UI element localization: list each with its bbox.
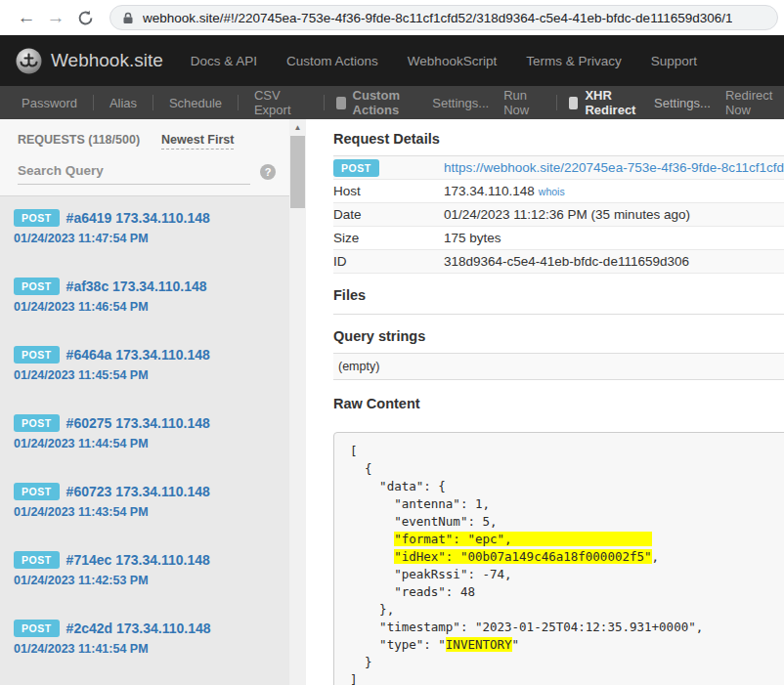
toolbar-divider: [238, 95, 239, 110]
request-list-item[interactable]: POST#2c42d 173.34.110.14801/24/2023 11:4…: [0, 607, 289, 675]
brand-text: Webhook.site: [51, 50, 163, 71]
nav-item-support[interactable]: Support: [651, 54, 697, 68]
back-icon[interactable]: ←: [12, 3, 41, 32]
method-badge: POST: [14, 278, 60, 295]
request-url-link[interactable]: https://webhook.site/220745ea-753e-4f36-…: [444, 160, 784, 175]
request-list-item[interactable]: POST#6464a 173.34.110.14801/24/2023 11:4…: [0, 333, 289, 402]
help-icon[interactable]: ?: [260, 164, 276, 180]
request-timestamp: 01/24/2023 11:47:54 PM: [14, 232, 280, 245]
redirect-now-button[interactable]: Redirect Now: [721, 88, 784, 117]
table-row-date: Date 01/24/2023 11:12:36 PM (35 minutes …: [333, 203, 784, 227]
method-badge: POST: [14, 620, 60, 637]
custom-actions-checkbox[interactable]: [336, 97, 345, 109]
code-line: {: [350, 460, 781, 478]
request-list-item[interactable]: POST#a6419 173.34.110.14801/24/2023 11:4…: [0, 196, 289, 265]
toolbar-divider: [152, 95, 153, 110]
csv-export-button[interactable]: CSV Export: [250, 88, 313, 117]
custom-actions-group: Custom Actions Settings... Run Now: [336, 88, 544, 117]
action-toolbar: Password Alias Schedule CSV Export Custo…: [0, 86, 784, 119]
request-list: POST#a6419 173.34.110.14801/24/2023 11:4…: [0, 195, 289, 685]
sidebar-header: REQUESTS (118/500) Newest First ?: [0, 119, 289, 195]
code-line: "eventNum": 5,: [350, 513, 781, 531]
password-button[interactable]: Password: [18, 96, 81, 110]
code-line: "idHex": "00b07a149c46a18f000002f5",: [350, 548, 781, 566]
request-timestamp: 01/24/2023 11:46:54 PM: [14, 300, 280, 314]
nav-menu: Docs & API Custom Actions WebhookScript …: [191, 54, 697, 68]
scrollbar-thumb[interactable]: [290, 136, 305, 208]
forward-icon[interactable]: →: [41, 3, 70, 32]
id-value: 318d9364-c5e4-41eb-bfdc-de111659d306: [444, 254, 784, 269]
date-value: 01/24/2023 11:12:36 PM (35 minutes ago): [444, 207, 784, 222]
request-details-title: Request Details: [333, 131, 784, 155]
run-now-button[interactable]: Run Now: [500, 88, 544, 117]
query-strings-title: Query strings: [333, 328, 784, 353]
custom-actions-label: Custom Actions: [353, 88, 422, 117]
reload-icon[interactable]: [70, 3, 100, 32]
code-line: ]: [350, 671, 781, 685]
webhook-site-page: ← → webhook.site/#!/220745ea-753e-4f36-9…: [0, 0, 784, 685]
request-timestamp: 01/24/2023 11:42:53 PM: [14, 574, 280, 587]
size-value: 175 bytes: [444, 231, 784, 245]
code-line: "format": "epc",: [350, 531, 781, 548]
raw-content-title: Raw Content: [333, 396, 784, 420]
browser-chrome: ← → webhook.site/#!/220745ea-753e-4f36-9…: [0, 0, 784, 35]
search-input[interactable]: [18, 159, 250, 185]
nav-item-terms-privacy[interactable]: Terms & Privacy: [526, 54, 622, 68]
requests-count-label: REQUESTS (118/500): [18, 133, 140, 147]
alias-button[interactable]: Alias: [106, 96, 141, 110]
schedule-button[interactable]: Schedule: [165, 96, 226, 110]
request-list-item[interactable]: POST#60275 173.34.110.14801/24/2023 11:4…: [0, 402, 289, 470]
whois-link[interactable]: whois: [539, 186, 565, 197]
method-badge: POST: [14, 483, 60, 500]
files-title: Files: [333, 287, 784, 312]
highlighted-text: "idHex": "00b07a149c46a18f000002f5": [394, 549, 651, 564]
request-id-ip: #6464a 173.34.110.148: [66, 347, 210, 363]
table-row-size: Size 175 bytes: [333, 227, 784, 250]
request-id-ip: #60275 173.34.110.148: [66, 415, 210, 431]
code-line: "antenna": 1,: [350, 495, 781, 513]
method-badge: POST: [333, 159, 379, 177]
url-text: webhook.site/#!/220745ea-753e-4f36-9fde-…: [143, 11, 732, 25]
custom-actions-settings-button[interactable]: Settings...: [428, 96, 493, 110]
nav-item-docs-api[interactable]: Docs & API: [191, 54, 257, 68]
brand-link[interactable]: Webhook.site: [16, 48, 163, 74]
code-line: "peakRssi": -74,: [350, 566, 781, 583]
code-line: "type": "INVENTORY": [350, 636, 781, 654]
request-list-item[interactable]: POST#af38c 173.34.110.14801/24/2023 11:4…: [0, 265, 289, 333]
toolbar-divider: [556, 95, 557, 110]
toolbar-divider: [324, 95, 325, 110]
sidebar-scrollbar: ▲: [289, 119, 306, 685]
request-id-ip: #af38c 173.34.110.148: [66, 278, 207, 294]
requests-sidebar: REQUESTS (118/500) Newest First ? POST#a…: [0, 119, 289, 685]
xhr-redirect-checkbox[interactable]: [569, 97, 578, 109]
method-badge: POST: [14, 551, 60, 569]
request-timestamp: 01/24/2023 11:41:54 PM: [14, 642, 280, 656]
request-id-ip: #714ec 173.34.110.148: [66, 552, 210, 568]
sort-order-toggle[interactable]: Newest First: [161, 133, 234, 150]
size-label: Size: [333, 231, 444, 245]
code-line: "reads": 48: [350, 583, 781, 601]
address-bar[interactable]: webhook.site/#!/220745ea-753e-4f36-9fde-…: [109, 5, 778, 30]
request-list-item[interactable]: POST#714ec 173.34.110.14801/24/2023 11:4…: [0, 538, 289, 607]
code-line: },: [350, 601, 781, 619]
nav-item-custom-actions[interactable]: Custom Actions: [286, 54, 378, 68]
request-timestamp: 01/24/2023 11:44:54 PM: [14, 437, 280, 450]
request-detail-panel: Request Details POST https://webhook.sit…: [306, 119, 784, 685]
files-divider: [333, 314, 784, 315]
xhr-redirect-settings-button[interactable]: Settings...: [650, 96, 715, 110]
date-label: Date: [333, 207, 444, 222]
nav-item-webhookscript[interactable]: WebhookScript: [408, 54, 497, 68]
webhook-logo-icon: [16, 48, 42, 74]
code-line: }: [350, 654, 781, 671]
request-id-ip: #a6419 173.34.110.148: [66, 210, 210, 226]
highlighted-text: "format": "epc",: [394, 532, 651, 546]
request-list-item[interactable]: POST#60723 173.34.110.14801/24/2023 11:4…: [0, 470, 289, 538]
request-details-table: POST https://webhook.site/220745ea-753e-…: [333, 155, 784, 274]
request-timestamp: 01/24/2023 11:43:54 PM: [14, 505, 280, 519]
table-row-id: ID 318d9364-c5e4-41eb-bfdc-de111659d306: [333, 250, 784, 274]
id-label: ID: [333, 254, 444, 269]
table-row-host: Host 173.34.110.148whois: [333, 180, 784, 203]
raw-content-code: [ { "data": { "antenna": 1, "eventNum": …: [333, 432, 784, 685]
code-line: "data": {: [350, 478, 781, 495]
scrollbar-up-arrow-icon[interactable]: ▲: [289, 119, 306, 136]
